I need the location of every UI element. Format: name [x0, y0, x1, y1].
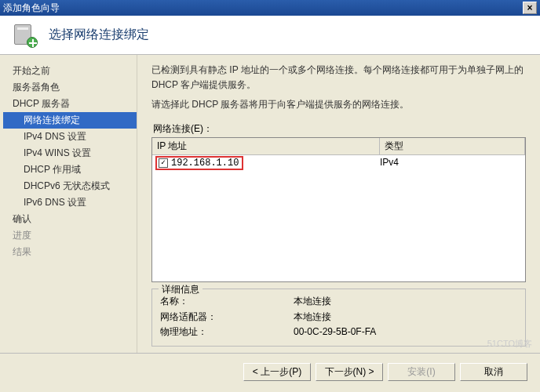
list-header: IP 地址 类型 [152, 138, 525, 155]
cancel-button[interactable]: 取消 [460, 363, 527, 381]
wizard-steps-sidebar: 开始之前服务器角色DHCP 服务器网络连接绑定IPv4 DNS 设置IPv4 W… [0, 55, 137, 353]
detail-mac-label: 物理地址： [160, 325, 294, 339]
sidebar-item[interactable]: 网络连接绑定 [3, 112, 137, 129]
connection-ip: 192.168.1.10 [171, 158, 239, 169]
page-title: 选择网络连接绑定 [49, 27, 149, 43]
intro-text-1: 已检测到具有静态 IP 地址的一个或多个网络连接。每个网络连接都可用于为单独子网… [151, 63, 526, 93]
connections-list: IP 地址 类型 192.168.1.10IPv4 [151, 137, 526, 283]
close-button[interactable]: × [523, 2, 537, 14]
window-title: 添加角色向导 [3, 2, 523, 15]
detail-name-value: 本地连接 [294, 294, 331, 309]
detail-adapter-label: 网络适配器： [160, 310, 294, 325]
detail-mac-value: 00-0C-29-5B-0F-FA [294, 325, 376, 339]
sidebar-item[interactable]: DHCP 服务器 [3, 96, 137, 112]
wizard-footer: < 上一步(P) 下一步(N) > 安装(I) 取消 [0, 353, 540, 390]
sidebar-item[interactable]: DHCPv6 无状态模式 [3, 178, 137, 194]
details-legend: 详细信息 [159, 283, 202, 296]
next-button[interactable]: 下一步(N) > [316, 363, 383, 381]
connection-checkbox[interactable] [159, 158, 168, 168]
connection-row[interactable]: 192.168.1.10IPv4 [152, 155, 525, 171]
detail-adapter-value: 本地连接 [294, 310, 331, 325]
connection-type: IPv4 [380, 156, 525, 170]
sidebar-item[interactable]: 服务器角色 [3, 79, 137, 96]
column-ip[interactable]: IP 地址 [152, 138, 380, 154]
sidebar-item[interactable]: IPv6 DNS 设置 [3, 194, 137, 211]
connections-label: 网络连接(E)： [151, 122, 526, 136]
wizard-header: 选择网络连接绑定 [0, 16, 540, 55]
titlebar: 添加角色向导 × [0, 0, 540, 16]
details-group: 详细信息 名称：本地连接 网络适配器：本地连接 物理地址：00-0C-29-5B… [151, 289, 526, 347]
sidebar-item[interactable]: DHCP 作用域 [3, 162, 137, 178]
sidebar-item: 结果 [3, 244, 137, 260]
sidebar-item[interactable]: IPv4 DNS 设置 [3, 129, 137, 145]
sidebar-item: 进度 [3, 227, 137, 244]
server-plus-icon [13, 23, 38, 48]
intro-text-2: 请选择此 DHCP 服务器将用于向客户端提供服务的网络连接。 [151, 97, 526, 112]
column-type[interactable]: 类型 [380, 138, 525, 154]
sidebar-item[interactable]: 确认 [3, 211, 137, 227]
sidebar-item[interactable]: IPv4 WINS 设置 [3, 145, 137, 162]
main-panel: 已检测到具有静态 IP 地址的一个或多个网络连接。每个网络连接都可用于为单独子网… [137, 55, 540, 353]
install-button: 安装(I) [388, 363, 455, 381]
sidebar-item[interactable]: 开始之前 [3, 63, 137, 79]
prev-button[interactable]: < 上一步(P) [243, 363, 311, 381]
